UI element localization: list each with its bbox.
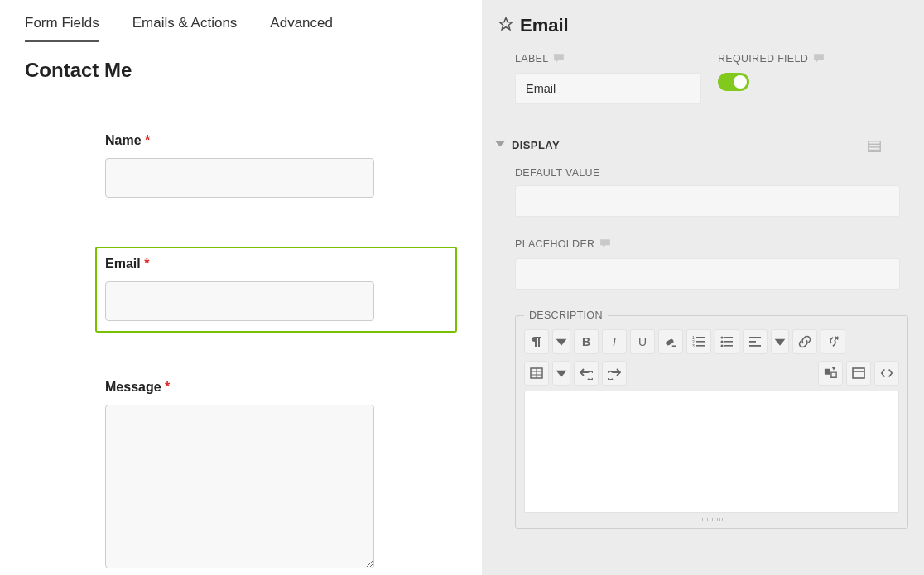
display-section-head[interactable]: DISPLAY xyxy=(490,137,908,152)
field-email-input[interactable] xyxy=(105,281,374,321)
svg-marker-33 xyxy=(832,367,835,371)
link-button[interactable] xyxy=(792,329,817,354)
unordered-list-button[interactable] xyxy=(715,329,739,354)
field-name-label: Name * xyxy=(105,133,447,148)
insert-media-button[interactable] xyxy=(818,361,843,386)
tab-advanced[interactable]: Advanced xyxy=(270,15,333,42)
placeholder-heading: PLACEHOLDER xyxy=(515,238,594,250)
required-toggle[interactable] xyxy=(718,73,749,91)
field-email-label: Email * xyxy=(105,256,447,271)
label-heading: LABEL xyxy=(515,53,548,65)
align-button[interactable] xyxy=(743,329,768,354)
help-icon[interactable] xyxy=(813,51,825,66)
clear-formatting-button[interactable] xyxy=(658,329,683,354)
merge-tag-icon[interactable] xyxy=(867,139,883,156)
table-button[interactable] xyxy=(524,361,549,386)
label-col: LABEL xyxy=(515,51,701,104)
svg-rect-22 xyxy=(749,341,756,343)
paragraph-format-dropdown[interactable] xyxy=(552,329,570,354)
default-value-input[interactable] xyxy=(515,185,900,217)
tab-form-fields[interactable]: Form Fields xyxy=(25,15,99,42)
panel-title: Email xyxy=(520,15,569,36)
chevron-down-icon xyxy=(495,137,505,152)
field-message-label-text: Message xyxy=(105,380,161,394)
placeholder-input[interactable] xyxy=(515,258,900,290)
svg-rect-18 xyxy=(724,341,733,343)
field-message-textarea[interactable] xyxy=(105,405,374,568)
form-preview: Name * Email * Message * xyxy=(25,82,457,575)
svg-marker-1 xyxy=(495,141,505,146)
required-heading: REQUIRED FIELD xyxy=(718,53,808,65)
tab-emails-actions[interactable]: Emails & Actions xyxy=(132,15,238,42)
svg-marker-6 xyxy=(556,339,567,346)
required-col: REQUIRED FIELD xyxy=(718,51,825,91)
svg-rect-32 xyxy=(825,369,830,375)
field-email-label-text: Email xyxy=(105,256,141,271)
help-icon[interactable] xyxy=(553,51,565,66)
underline-button[interactable]: U xyxy=(630,329,655,354)
undo-button[interactable] xyxy=(574,361,599,386)
svg-rect-16 xyxy=(724,337,733,338)
align-dropdown[interactable] xyxy=(771,329,789,354)
form-title[interactable]: Contact Me xyxy=(25,59,457,82)
description-editor[interactable] xyxy=(524,391,899,513)
required-mark: * xyxy=(144,256,149,271)
field-name-label-text: Name xyxy=(105,133,142,147)
description-legend: DESCRIPTION xyxy=(524,309,608,321)
default-value-heading: DEFAULT VALUE xyxy=(515,167,600,179)
favorite-icon[interactable] xyxy=(498,17,513,35)
field-name-input[interactable] xyxy=(105,158,374,198)
svg-point-19 xyxy=(721,345,724,347)
italic-button[interactable]: I xyxy=(602,329,627,354)
tabs: Form Fields Emails & Actions Advanced xyxy=(25,8,457,42)
svg-text:3: 3 xyxy=(692,343,695,348)
field-message-label: Message * xyxy=(105,380,447,395)
resize-gripper[interactable] xyxy=(700,518,724,521)
code-view-button[interactable] xyxy=(874,361,899,386)
svg-rect-14 xyxy=(696,345,705,347)
redo-button[interactable] xyxy=(602,361,627,386)
required-mark: * xyxy=(165,380,170,394)
form-builder-pane: Form Fields Emails & Actions Advanced Co… xyxy=(0,0,482,575)
description-fieldset: DESCRIPTION B I U 123 xyxy=(515,309,908,529)
svg-marker-31 xyxy=(556,371,567,377)
label-input[interactable] xyxy=(515,73,701,104)
help-icon[interactable] xyxy=(599,237,611,252)
svg-marker-0 xyxy=(500,18,513,30)
label-required-row: LABEL REQUIRED FIELD xyxy=(490,51,908,104)
svg-rect-21 xyxy=(749,337,761,338)
svg-point-17 xyxy=(721,341,724,343)
display-section-title: DISPLAY xyxy=(512,139,560,151)
svg-rect-20 xyxy=(724,345,733,347)
field-message[interactable]: Message * xyxy=(95,370,457,575)
svg-rect-12 xyxy=(696,341,705,343)
svg-rect-10 xyxy=(696,337,705,338)
ordered-list-button[interactable]: 123 xyxy=(686,329,711,354)
svg-marker-24 xyxy=(775,339,786,346)
svg-rect-7 xyxy=(665,338,674,347)
panel-header: Email xyxy=(490,15,908,36)
svg-rect-23 xyxy=(749,345,761,347)
required-mark: * xyxy=(145,133,150,147)
display-block: DEFAULT VALUE PLACEHOLDER DESCRIPTION B … xyxy=(490,167,908,529)
fullscreen-button[interactable] xyxy=(846,361,871,386)
unlink-button[interactable] xyxy=(821,329,845,354)
bold-button[interactable]: B xyxy=(574,329,599,354)
table-dropdown[interactable] xyxy=(552,361,570,386)
editor-toolbar: B I U 123 xyxy=(524,329,899,386)
field-settings-pane: Email LABEL REQUIRED FIELD DISPLAY DEFAU… xyxy=(482,0,924,575)
svg-rect-34 xyxy=(853,368,864,378)
field-email[interactable]: Email * xyxy=(95,247,457,333)
field-name[interactable]: Name * xyxy=(95,123,457,209)
svg-point-15 xyxy=(721,337,724,339)
paragraph-format-button[interactable] xyxy=(524,329,549,354)
